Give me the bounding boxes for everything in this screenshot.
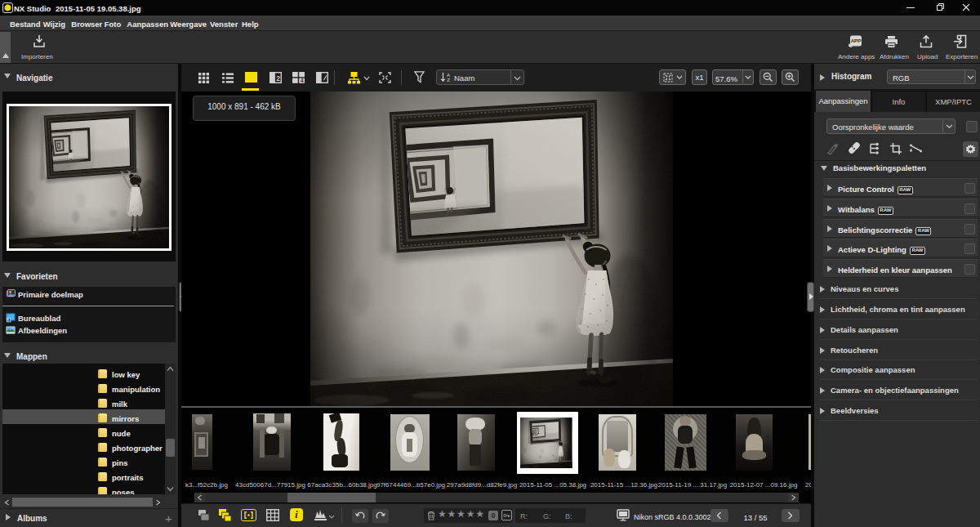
svg-text:A: A (447, 73, 450, 78)
svg-text:Z: Z (447, 78, 450, 83)
svg-text:APP: APP (851, 38, 862, 43)
svg-text:4: 4 (301, 78, 304, 83)
svg-text:2: 2 (276, 74, 280, 83)
